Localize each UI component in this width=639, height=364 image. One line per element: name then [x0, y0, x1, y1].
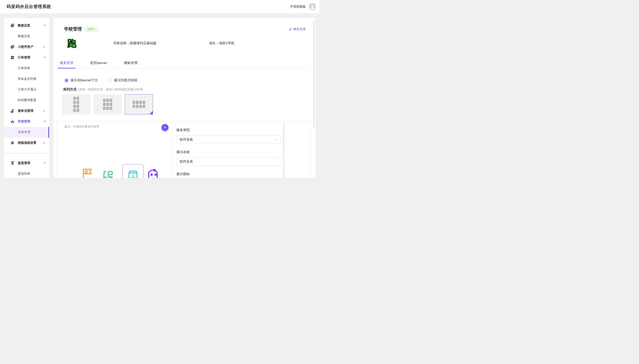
sidebar-item-school-management[interactable]: 学校管理 [4, 116, 49, 127]
page-title: 学校管理 [64, 26, 82, 32]
tab-home-banner[interactable]: 首页banner [88, 61, 109, 68]
layout-preview-3col [103, 99, 112, 110]
scooter-service-icon[interactable] [101, 170, 115, 178]
service-drag-area: 提示：可拖动元素进行排序 + [57, 121, 172, 178]
miniprogram-users-icon [10, 45, 15, 49]
radio-floating-button-label[interactable]: 展示到悬浮按钮 [114, 78, 137, 82]
header-right: 开源校园版 [290, 3, 316, 10]
arrangement-header: 排列方式 (选择一项排列方式，将在小程序端首页展示布局) [63, 87, 315, 92]
data-overview-icon [10, 23, 15, 28]
app-title: 码里码外后台管理系统 [7, 4, 51, 10]
withdraw-icon: ¥ [10, 161, 15, 165]
sidebar-item-withdraw-management[interactable]: ¥ 提现管理 [4, 158, 49, 168]
edition-label: 开源校园版 [290, 5, 306, 9]
radio-floating-button[interactable] [108, 79, 112, 82]
layout-preview-4col [133, 101, 145, 108]
sidebar: 数据总览 数据总览 小程序用户 订单管理 订单列表 [4, 18, 49, 178]
service-config-section: 提示：可拖动元素进行排序 + [57, 121, 311, 178]
form-scrollbar[interactable] [283, 123, 284, 178]
radio-banner-below-label[interactable]: 展示在Banner下方 [71, 78, 98, 82]
sidebar-subitem-fund-flow-list[interactable]: 资金走向列表 [4, 74, 49, 84]
arrangement-hint: (选择一项排列方式，将在小程序端首页展示布局) [78, 88, 143, 92]
arrangement-title: 排列方式 [63, 87, 77, 92]
layout-option-2col[interactable] [62, 94, 90, 114]
gear-icon [10, 141, 15, 145]
sidebar-item-campus-system-settings[interactable]: 校园系统设置 [4, 138, 49, 148]
page-title-row: 学校管理 运营中 修改信息 [64, 26, 306, 32]
chevron-down-icon [43, 141, 45, 144]
courier-management-icon [10, 109, 15, 113]
chevron-up-icon [44, 162, 46, 164]
sidebar-item-order-management[interactable]: 订单管理 [4, 52, 49, 63]
sidebar-panel-withdraw: ¥ 提现管理 提现列表 [4, 154, 49, 178]
school-info-row: 跑 学校名称：跑腿便利店基础版 地址：地铁1号线 [67, 38, 315, 48]
pencil-icon [289, 27, 292, 31]
layout-option-3col[interactable] [93, 94, 122, 114]
sidebar-item-courier-management[interactable]: 接单员管理 [4, 106, 49, 116]
service-icon-row [57, 121, 172, 178]
chevron-up-icon [44, 120, 46, 123]
sidebar-item-miniprogram-users[interactable]: 小程序用户 [4, 42, 49, 52]
sidebar-subitem-withdraw-list[interactable]: 提现列表 [4, 168, 49, 178]
service-type-label: 服务类型: [176, 128, 281, 132]
install-box-icon [127, 169, 139, 178]
chevron-up-icon [44, 24, 46, 27]
layout-option-4col[interactable] [125, 94, 153, 114]
edit-info-link[interactable]: 修改信息 [289, 27, 306, 31]
chevron-up-icon [44, 56, 46, 59]
flag-service-icon[interactable] [82, 168, 93, 178]
school-address-field: 地址：地铁1号线 [209, 41, 234, 45]
chevron-down-icon [43, 109, 45, 112]
service-type-select[interactable]: 软件安装 [176, 135, 281, 144]
radio-banner-below[interactable] [65, 79, 68, 82]
sidebar-item-label: 数据总览 [18, 24, 30, 28]
gamepad-service-icon[interactable] [147, 168, 159, 178]
school-management-icon [10, 119, 15, 124]
tab-building-management[interactable]: 楼栋管理 [122, 61, 140, 68]
chevron-down-icon [275, 138, 277, 140]
sidebar-subitem-order-hall-display[interactable]: 订单大厅展示 [4, 84, 49, 95]
school-name-field: 学校名称：跑腿便利店基础版 [113, 41, 157, 45]
main-scrollbar[interactable] [313, 19, 315, 127]
sidebar-panel-main: 数据总览 数据总览 小程序用户 订单管理 订单列表 [4, 18, 49, 153]
school-logo: 跑 [67, 38, 77, 48]
display-name-label: 展示名称: [176, 150, 281, 154]
user-avatar[interactable] [309, 3, 316, 10]
display-icon-label: 展示图标: [176, 172, 281, 176]
sidebar-subitem-time-requirement-config[interactable]: 时间要求配置 [4, 95, 49, 106]
selected-corner-badge [149, 111, 153, 114]
layout-options [62, 94, 315, 114]
person-icon [309, 3, 316, 10]
order-management-icon [10, 55, 15, 60]
sidebar-item-data-overview[interactable]: 数据总览 [4, 20, 49, 31]
layout-preview-2col [73, 97, 79, 112]
svg-text:¥: ¥ [12, 162, 13, 164]
main-card: 学校管理 运营中 修改信息 跑 学校名称：跑腿便利店基础版 地址：地铁1号线 服… [54, 18, 315, 178]
sidebar-subitem-data-overview[interactable]: 数据总览 [4, 31, 49, 42]
content-area: 数据总览 数据总览 小程序用户 订单管理 订单列表 [0, 13, 320, 178]
service-form: 服务类型: 软件安装 展示名称: 软件安装 展示图标: [172, 121, 281, 178]
sidebar-subitem-order-list[interactable]: 订单列表 [4, 63, 49, 74]
display-name-input[interactable]: 软件安装 [176, 157, 281, 166]
tab-bar: 服务管理 首页banner 楼栋管理 [58, 61, 311, 68]
selected-service-card[interactable] [122, 164, 144, 178]
sidebar-subitem-school-management[interactable]: 学校管理 [4, 127, 49, 138]
status-badge: 运营中 [85, 27, 97, 32]
app-header: 码里码外后台管理系统 开源校园版 [0, 0, 320, 13]
display-position-options: 展示在Banner下方 展示到悬浮按钮 [65, 78, 315, 82]
tab-service-management[interactable]: 服务管理 [58, 61, 75, 68]
chevron-down-icon [43, 45, 45, 48]
